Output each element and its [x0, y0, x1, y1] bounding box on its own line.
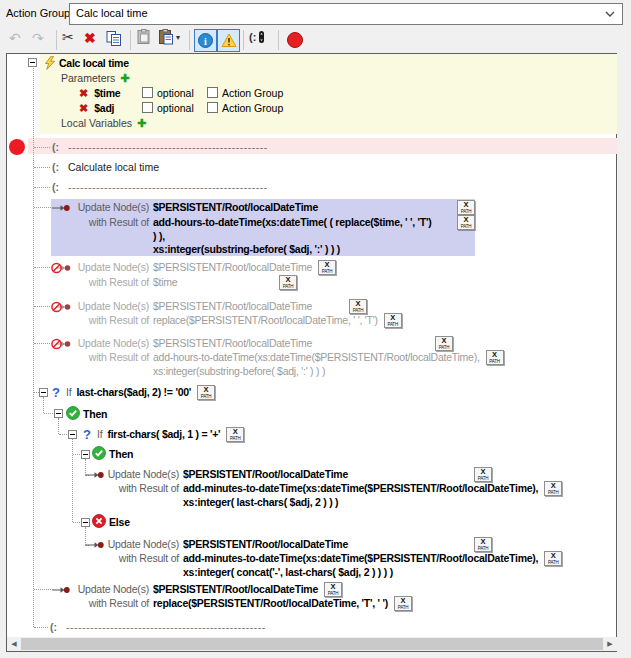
xpath-button[interactable]: XPATH	[474, 537, 492, 552]
update-result-row[interactable]: with Result of replace($PERSISTENT/Root/…	[73, 597, 412, 610]
collapse-if-box[interactable]	[68, 430, 77, 439]
tree-connector	[34, 306, 50, 307]
update-result-row[interactable]: with Result of add-hours-to-dateTime(xs:…	[73, 216, 475, 229]
paste-special-icon	[158, 29, 174, 45]
update-node-row-disabled[interactable]: Update Node(s) $PERSISTENT/Root/localDat…	[51, 337, 453, 350]
paste-special-button[interactable]: ▾	[158, 29, 180, 45]
copy-button[interactable]	[106, 31, 122, 46]
add-parameter-icon[interactable]: ✚	[120, 72, 129, 85]
local-variables-row: Local Variables ✚	[61, 117, 146, 130]
insert-comment-button[interactable]: (:	[249, 30, 265, 44]
optional-checkbox[interactable]	[142, 87, 153, 98]
update-result-row-disabled[interactable]: with Result of replace($PERSISTENT/Root/…	[73, 314, 402, 327]
delete-parameter-icon[interactable]: ✖	[79, 87, 88, 100]
redo-button[interactable]: ↷	[32, 31, 44, 45]
cut-button[interactable]: ✂	[62, 30, 74, 44]
update-node-row-disabled[interactable]: Update Node(s) $PERSISTENT/Root/localDat…	[51, 261, 336, 274]
comment-row[interactable]: (: -------------------------------------…	[50, 621, 266, 634]
chevron-down-icon	[605, 11, 615, 17]
delete-button[interactable]: ✖	[84, 31, 96, 45]
comment-open: (:	[52, 141, 59, 154]
xpath-button[interactable]: XPATH	[279, 275, 297, 290]
optional-label: optional	[157, 102, 194, 115]
comment-open: (:	[50, 621, 57, 634]
tree-guide	[33, 68, 34, 627]
if-row[interactable]: ? If first-chars( $adj, 1 ) = '+' XPATH	[83, 428, 244, 441]
update-result-row-disabled[interactable]: with Result of $time XPATH	[73, 276, 297, 289]
update-result-row[interactable]: with Result of add-minutes-to-dateTime(x…	[104, 552, 562, 565]
breakpoint-dot[interactable]	[9, 139, 25, 155]
collapse-then-box[interactable]	[54, 409, 63, 418]
comment-row[interactable]: (: Calculate local time	[52, 161, 159, 174]
update-node-row[interactable]: Update Node(s) $PERSISTENT/Root/localDat…	[52, 201, 475, 214]
group-title-row[interactable]: Calc local time	[59, 57, 129, 70]
action-group-checkbox[interactable]	[207, 102, 218, 113]
xpath-button[interactable]: XPATH	[457, 215, 475, 230]
toolbar-separator	[278, 30, 279, 50]
xpath-button[interactable]: XPATH	[384, 313, 402, 328]
then-row[interactable]: Then	[83, 408, 107, 421]
collapse-root-box[interactable]	[28, 58, 37, 67]
action-group-select[interactable]: Calc local time	[69, 3, 623, 25]
xpath-button[interactable]: XPATH	[435, 336, 453, 351]
update-node-row[interactable]: Update Node(s) $PERSISTENT/Root/localDat…	[86, 538, 492, 551]
parameter-row[interactable]: ✖ $adj	[79, 102, 114, 115]
breakpoint-button[interactable]	[287, 32, 303, 48]
action-group-checkbox[interactable]	[207, 87, 218, 98]
xpath-button[interactable]: XPATH	[544, 481, 562, 496]
result-label: with Result of	[73, 597, 149, 610]
xpath-button[interactable]: XPATH	[349, 299, 367, 314]
xpath-button[interactable]: XPATH	[544, 551, 562, 566]
action-group-lightning-icon	[44, 56, 56, 70]
update-result-row[interactable]: with Result of add-minutes-to-dateTime(x…	[104, 482, 562, 495]
action-group-label: Action Group	[222, 102, 283, 115]
tree-guide	[58, 418, 59, 434]
xpath-button[interactable]: XPATH	[324, 582, 342, 597]
parameter-row[interactable]: ✖ $time	[79, 87, 120, 100]
else-row[interactable]: Else	[109, 516, 130, 529]
horizontal-scrollbar[interactable]: ◀ ▶	[7, 637, 617, 651]
show-info-toggle[interactable]: i	[194, 29, 217, 52]
action-group-label: Action Group	[222, 87, 283, 100]
expression-continuation: xs:integer(substring-before( $adj, ':' )…	[153, 365, 325, 378]
comment-row[interactable]: (: -------------------------------------…	[52, 181, 268, 194]
update-action-disabled-icon	[51, 262, 71, 274]
then-row[interactable]: Then	[109, 448, 133, 461]
update-label: Update Node(s)	[104, 538, 179, 551]
comment-row[interactable]: (: -------------------------------------…	[52, 141, 268, 154]
update-result-row-disabled[interactable]: with Result of add-hours-to-dateTime(xs:…	[73, 351, 504, 364]
update-node-row[interactable]: Update Node(s) $PERSISTENT/Root/localDat…	[86, 468, 492, 481]
expression-continuation: xs:integer(substring-before( $adj, ':' )…	[153, 243, 340, 256]
scroll-left-arrow[interactable]: ◀	[7, 637, 21, 651]
add-local-variable-icon[interactable]: ✚	[137, 117, 146, 130]
xpath-button[interactable]: XPATH	[197, 385, 215, 400]
delete-parameter-icon[interactable]: ✖	[79, 102, 88, 115]
toolbar-separator	[130, 30, 131, 50]
xpath-button[interactable]: XPATH	[474, 467, 492, 482]
xpath-button[interactable]: XPATH	[318, 260, 336, 275]
xpath-button[interactable]: XPATH	[394, 596, 412, 611]
collapse-if-box[interactable]	[39, 388, 48, 397]
xpath-button[interactable]: XPATH	[457, 200, 475, 215]
optional-checkbox[interactable]	[142, 102, 153, 113]
update-action-icon	[86, 540, 104, 550]
scrollbar-thumb[interactable]	[21, 638, 603, 650]
tree-connector	[44, 413, 53, 414]
collapse-else-box[interactable]	[81, 518, 90, 527]
parameter-name: $adj	[94, 102, 114, 115]
paste-button[interactable]	[136, 29, 152, 45]
update-action-disabled-icon	[51, 338, 71, 350]
update-node-row-disabled[interactable]: Update Node(s) $PERSISTENT/Root/localDat…	[51, 300, 367, 313]
scroll-right-arrow[interactable]: ▶	[603, 637, 617, 651]
update-action-icon	[86, 470, 104, 480]
undo-button[interactable]: ↶	[9, 31, 21, 45]
show-warnings-toggle[interactable]	[217, 29, 240, 52]
then-check-icon	[92, 446, 106, 460]
xpath-button[interactable]: XPATH	[486, 350, 504, 365]
xpath-button[interactable]: XPATH	[226, 427, 244, 442]
if-row[interactable]: ? If last-chars($adj, 2) != '00' XPATH	[52, 386, 215, 399]
update-node-row[interactable]: Update Node(s) $PERSISTENT/Root/localDat…	[52, 583, 342, 596]
result-expression: add-minutes-to-dateTime(xs:dateTime($PER…	[183, 552, 538, 565]
collapse-then-box[interactable]	[81, 450, 90, 459]
update-target: $PERSISTENT/Root/localDateTime	[153, 201, 318, 214]
